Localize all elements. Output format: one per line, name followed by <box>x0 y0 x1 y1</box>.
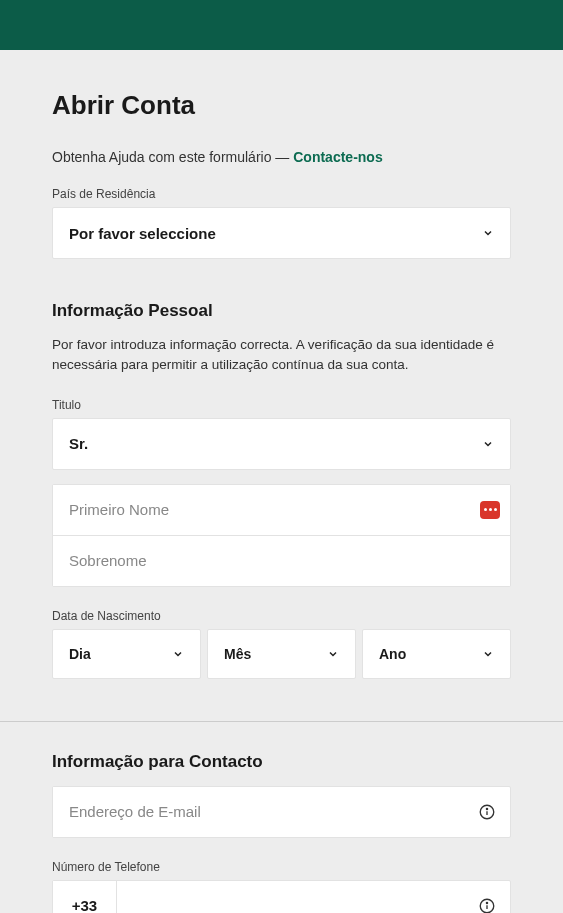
phone-input[interactable] <box>117 881 478 914</box>
info-icon[interactable] <box>478 803 496 821</box>
svg-point-5 <box>486 902 487 903</box>
dob-day-value: Dia <box>69 646 91 662</box>
phone-label: Número de Telefone <box>52 860 511 874</box>
app-header <box>0 0 563 50</box>
dob-month-value: Mês <box>224 646 251 662</box>
contact-us-link[interactable]: Contacte-nos <box>293 149 382 165</box>
page-title: Abrir Conta <box>52 90 511 121</box>
first-name-input[interactable] <box>53 485 510 535</box>
svg-point-2 <box>486 808 487 809</box>
info-icon[interactable] <box>478 897 496 914</box>
dob-label: Data de Nascimento <box>52 609 511 623</box>
section-divider <box>0 721 563 722</box>
phone-input-wrapper: +33 <box>52 880 511 914</box>
title-select-value: Sr. <box>69 435 88 452</box>
residence-select-value: Por favor seleccione <box>69 225 216 242</box>
chevron-down-icon <box>482 227 494 239</box>
contact-section: Informação para Contacto Número de Telef… <box>52 752 511 914</box>
title-select[interactable]: Sr. <box>52 418 511 470</box>
dob-year-value: Ano <box>379 646 406 662</box>
dob-month-select[interactable]: Mês <box>207 629 356 679</box>
form-content: Abrir Conta Obtenha Ajuda com este formu… <box>0 50 563 913</box>
dob-row: Dia Mês Ano <box>52 629 511 679</box>
last-name-input[interactable] <box>53 536 510 586</box>
personal-section-desc: Por favor introduza informação correcta.… <box>52 335 511 376</box>
title-label: Titulo <box>52 398 511 412</box>
chevron-down-icon <box>172 648 184 660</box>
chevron-down-icon <box>482 438 494 450</box>
phone-prefix-value: +33 <box>72 897 97 913</box>
chevron-down-icon <box>482 648 494 660</box>
personal-section-title: Informação Pessoal <box>52 301 511 321</box>
email-input[interactable] <box>53 787 478 837</box>
help-line: Obtenha Ajuda com este formulário — Cont… <box>52 149 511 165</box>
password-manager-icon[interactable] <box>480 501 500 519</box>
contact-section-title: Informação para Contacto <box>52 752 511 772</box>
residence-select[interactable]: Por favor seleccione <box>52 207 511 259</box>
help-text: Obtenha Ajuda com este formulário — <box>52 149 293 165</box>
phone-prefix-select[interactable]: +33 <box>53 881 117 914</box>
dob-day-select[interactable]: Dia <box>52 629 201 679</box>
residence-label: País de Residência <box>52 187 511 201</box>
email-input-wrapper <box>52 786 511 838</box>
chevron-down-icon <box>327 648 339 660</box>
dob-year-select[interactable]: Ano <box>362 629 511 679</box>
name-input-group <box>52 484 511 587</box>
